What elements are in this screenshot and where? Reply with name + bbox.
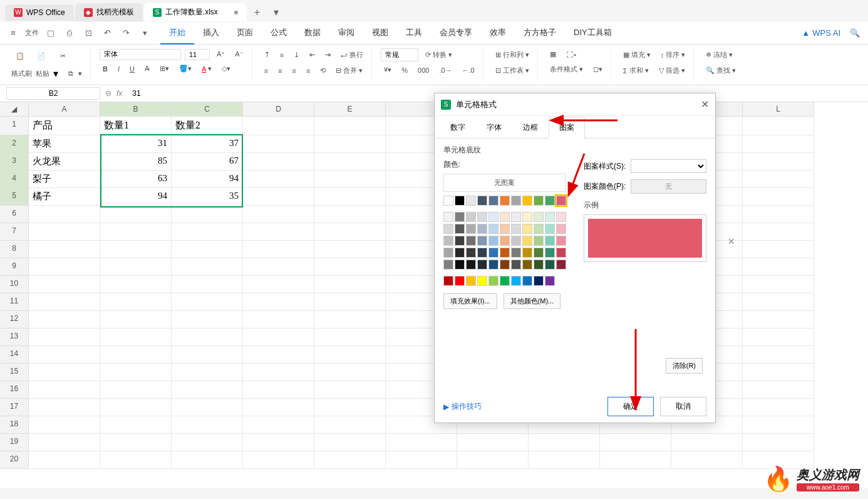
search-icon[interactable]: 🔍 [848, 26, 862, 40]
dec-dec-icon[interactable]: ←.0 [459, 65, 478, 76]
cell[interactable] [743, 399, 814, 416]
decrease-font-icon[interactable]: A⁻ [232, 48, 246, 60]
color-swatch[interactable] [443, 236, 453, 246]
cell[interactable]: 85 [100, 153, 172, 171]
menu-view[interactable]: 视图 [363, 22, 397, 45]
cell[interactable]: 火龙果 [29, 153, 100, 171]
row-header[interactable]: 8 [0, 241, 29, 258]
cell[interactable] [743, 188, 814, 206]
color-swatch[interactable] [556, 236, 566, 246]
cell[interactable] [743, 416, 814, 434]
cell[interactable] [314, 153, 386, 171]
cell[interactable] [243, 276, 314, 293]
cell[interactable] [243, 346, 314, 364]
cell[interactable] [743, 364, 814, 381]
cell[interactable] [243, 311, 314, 328]
color-swatch[interactable] [522, 248, 532, 258]
color-swatch[interactable] [455, 236, 465, 246]
cell[interactable] [743, 117, 814, 135]
menu-diy[interactable]: DIY工具箱 [565, 22, 621, 45]
row-header[interactable]: 17 [0, 399, 29, 416]
cell[interactable] [243, 293, 314, 311]
tab-wps-office[interactable]: W WPS Office [5, 4, 74, 21]
cell[interactable] [243, 258, 314, 276]
cell[interactable] [743, 223, 814, 241]
cell[interactable]: 数量2 [172, 117, 243, 135]
cell[interactable] [172, 364, 243, 381]
cell[interactable] [172, 293, 243, 311]
color-swatch[interactable] [545, 224, 555, 234]
align-middle-icon[interactable]: ≡ [277, 50, 287, 61]
cell[interactable] [100, 399, 172, 416]
color-swatch[interactable] [556, 196, 566, 206]
cell[interactable] [314, 381, 386, 399]
redo-icon[interactable]: ↷ [119, 26, 133, 40]
cell[interactable] [29, 328, 100, 346]
cell[interactable] [29, 451, 100, 469]
find-button[interactable]: 🔍 查找▾ [703, 64, 739, 77]
color-swatch[interactable] [534, 276, 544, 286]
cell[interactable] [29, 311, 100, 328]
menu-ffgz[interactable]: 方方格子 [515, 22, 565, 45]
cell[interactable] [314, 434, 386, 451]
cell[interactable] [529, 434, 600, 451]
color-swatch[interactable] [534, 224, 544, 234]
indent-inc-icon[interactable]: ⇥ [322, 49, 334, 61]
cell[interactable] [100, 381, 172, 399]
sort-button[interactable]: ↕ 排序▾ [658, 48, 689, 61]
cond-format-button[interactable]: 条件格式▾ [547, 63, 586, 76]
color-swatch[interactable] [522, 212, 532, 222]
align-center-icon[interactable]: ≡ [275, 65, 285, 76]
freeze-button[interactable]: ❄ 冻结▾ [703, 48, 736, 61]
side-panel-close-icon[interactable]: ✕ [728, 236, 735, 246]
cell[interactable] [29, 399, 100, 416]
cell[interactable] [100, 328, 172, 346]
pattern-color-select[interactable]: 无 [631, 179, 706, 194]
align-bottom-icon[interactable]: ⤓ [291, 49, 302, 61]
color-swatch[interactable] [455, 212, 465, 222]
cell[interactable] [29, 434, 100, 451]
dlg-tab-font[interactable]: 字体 [476, 117, 512, 139]
row-header[interactable]: 10 [0, 276, 29, 293]
cell[interactable]: 94 [172, 171, 243, 188]
row-header[interactable]: 16 [0, 381, 29, 399]
cell[interactable] [100, 346, 172, 364]
font-name-select[interactable] [100, 49, 181, 60]
row-header[interactable]: 12 [0, 311, 29, 328]
help-link[interactable]: ▶操作技巧 [443, 401, 482, 412]
menu-member[interactable]: 会员专享 [431, 22, 481, 45]
color-swatch[interactable] [534, 236, 544, 246]
cell[interactable] [172, 399, 243, 416]
col-header[interactable]: B [100, 102, 172, 117]
cell[interactable] [100, 416, 172, 434]
zoom-out-icon[interactable]: ⊖ [105, 89, 111, 98]
color-swatch[interactable] [522, 236, 532, 246]
cell[interactable] [172, 258, 243, 276]
cell[interactable]: 橘子 [29, 188, 100, 206]
row-header[interactable]: 4 [0, 171, 29, 188]
increase-font-icon[interactable]: A⁺ [214, 48, 228, 60]
menu-hamburger-icon[interactable]: ≡ [6, 26, 20, 40]
dropdown-icon[interactable]: ▾ [138, 26, 152, 40]
dec-inc-icon[interactable]: .0→ [436, 65, 455, 76]
cell[interactable] [29, 223, 100, 241]
color-swatch[interactable] [545, 196, 555, 206]
cell[interactable] [743, 381, 814, 399]
convert-button[interactable]: ⟳ 转换▾ [422, 48, 455, 61]
color-swatch[interactable] [522, 224, 532, 234]
cell[interactable] [314, 171, 386, 188]
cell[interactable] [314, 346, 386, 364]
row-header[interactable]: 9 [0, 258, 29, 276]
row-header[interactable]: 14 [0, 346, 29, 364]
currency-icon[interactable]: ¥▾ [381, 64, 395, 76]
cell[interactable] [743, 276, 814, 293]
cell[interactable] [743, 434, 814, 451]
row-header[interactable]: 15 [0, 364, 29, 381]
cell[interactable] [243, 434, 314, 451]
strikethrough-button[interactable]: A̶ [142, 63, 153, 75]
color-swatch[interactable] [500, 276, 510, 286]
cell[interactable] [600, 434, 671, 451]
color-swatch[interactable] [545, 212, 555, 222]
cell[interactable] [314, 258, 386, 276]
italic-button[interactable]: I [115, 63, 123, 75]
